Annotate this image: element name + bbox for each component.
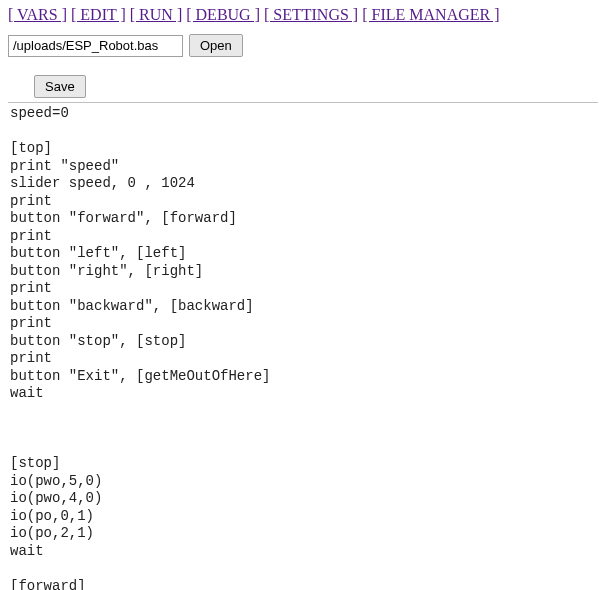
open-button[interactable]: Open <box>189 34 243 57</box>
top-nav: [ VARS ] [ EDIT ] [ RUN ] [ DEBUG ] [ SE… <box>8 6 598 24</box>
save-row: Save <box>34 75 598 98</box>
nav-settings-link[interactable]: [ SETTINGS ] <box>264 6 358 23</box>
nav-run-link[interactable]: [ RUN ] <box>130 6 182 23</box>
nav-debug-link[interactable]: [ DEBUG ] <box>186 6 260 23</box>
file-open-row: Open <box>8 34 598 57</box>
code-editor[interactable]: speed=0 [top] print "speed" slider speed… <box>8 103 598 590</box>
nav-edit-link[interactable]: [ EDIT ] <box>71 6 126 23</box>
save-button[interactable]: Save <box>34 75 86 98</box>
file-path-input[interactable] <box>8 35 183 57</box>
nav-file-manager-link[interactable]: [ FILE MANAGER ] <box>362 6 499 23</box>
nav-vars-link[interactable]: [ VARS ] <box>8 6 67 23</box>
